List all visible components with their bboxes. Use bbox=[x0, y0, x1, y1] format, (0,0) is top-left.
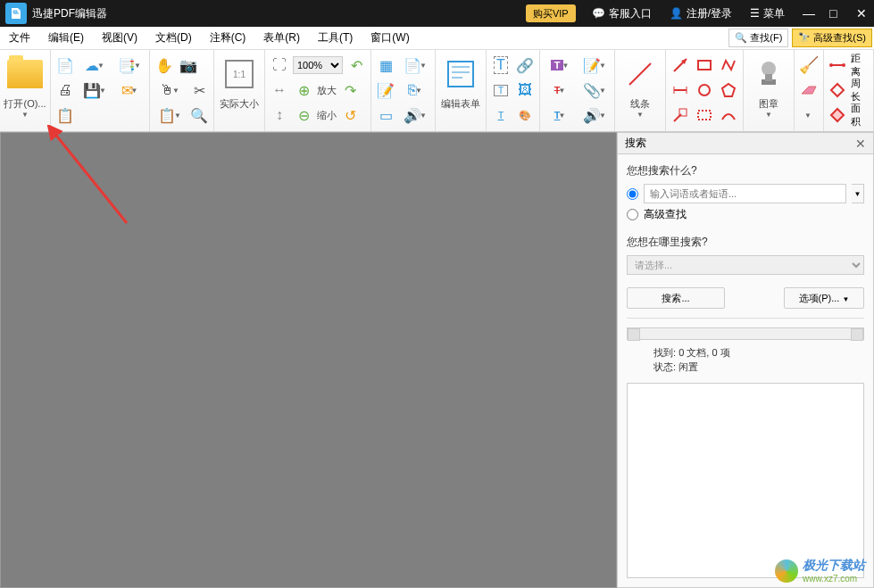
note-icon[interactable]: 📝▼ bbox=[579, 54, 611, 76]
new-doc-icon[interactable]: 📄 bbox=[54, 54, 76, 76]
menu-button[interactable]: ☰ 菜单 bbox=[741, 0, 794, 27]
clipboard-icon[interactable]: 📋▼ bbox=[154, 104, 186, 126]
highlight-icon[interactable]: T▼ bbox=[544, 54, 576, 76]
save-icon[interactable]: 💾▼ bbox=[79, 79, 111, 101]
cloud-save-icon[interactable]: ☁▼ bbox=[79, 54, 111, 76]
menu-window[interactable]: 窗口(W) bbox=[362, 27, 418, 50]
svg-point-19 bbox=[829, 63, 833, 67]
menu-view[interactable]: 视图(V) bbox=[93, 27, 146, 50]
document-canvas[interactable] bbox=[0, 132, 617, 588]
page-layout-icon[interactable]: ▦ bbox=[375, 54, 396, 76]
copy-doc-icon[interactable]: 📋 bbox=[54, 104, 76, 126]
stamp-dropdown[interactable]: ▼ bbox=[765, 111, 772, 119]
zoom-in-icon[interactable]: ⊕ bbox=[293, 79, 314, 101]
svg-marker-17 bbox=[802, 87, 816, 94]
fit-height-icon[interactable]: ↕ bbox=[269, 104, 290, 126]
page-resize-icon[interactable]: ⎘▼ bbox=[399, 79, 431, 101]
circle-shape-icon[interactable] bbox=[694, 79, 715, 101]
hand-tool-icon[interactable]: ✋ bbox=[154, 54, 175, 76]
crop-icon[interactable]: ✂ bbox=[188, 79, 210, 101]
text-edit-icon[interactable]: T bbox=[490, 54, 512, 76]
polygon-icon[interactable] bbox=[718, 79, 739, 101]
print-icon[interactable]: 🖨 bbox=[54, 79, 76, 101]
zoom-select[interactable]: 100% bbox=[293, 56, 343, 74]
eraser-icon[interactable]: 🧹 bbox=[798, 54, 820, 76]
support-button[interactable]: 💬 客服入口 bbox=[583, 0, 661, 27]
snapshot-icon[interactable]: 📷 bbox=[178, 54, 199, 76]
maximize-button[interactable]: □ bbox=[820, 0, 847, 27]
find-text-icon[interactable]: 🔍 bbox=[188, 104, 210, 126]
fit-page-icon[interactable]: ⛶ bbox=[269, 54, 290, 76]
distance-icon[interactable] bbox=[828, 54, 848, 76]
edit-form-button[interactable] bbox=[439, 53, 482, 95]
extract-icon[interactable]: 📑▼ bbox=[113, 54, 146, 76]
fit-width-icon[interactable]: ↔ bbox=[269, 79, 290, 101]
lines-label: 线条 bbox=[630, 95, 650, 111]
minimize-button[interactable]: — bbox=[794, 0, 820, 27]
svg-point-14 bbox=[762, 62, 776, 76]
svg-rect-16 bbox=[765, 74, 772, 81]
underline-tool-icon[interactable]: T▼ bbox=[544, 104, 576, 126]
select-tool-icon[interactable]: 🖱▼ bbox=[154, 79, 186, 101]
page-add-icon[interactable]: 📄▼ bbox=[399, 54, 431, 76]
callout-icon[interactable] bbox=[670, 104, 691, 126]
app-title: 迅捷PDF编辑器 bbox=[32, 6, 116, 21]
find-button[interactable]: 🔍 查找(F) bbox=[728, 29, 788, 47]
menu-document[interactable]: 文档(D) bbox=[146, 27, 201, 50]
menu-edit[interactable]: 编辑(E) bbox=[39, 27, 93, 50]
perimeter-icon[interactable] bbox=[828, 79, 848, 101]
rotate-left-icon[interactable]: ↶ bbox=[345, 54, 367, 76]
rect-shape-icon[interactable] bbox=[694, 54, 715, 76]
folder-icon bbox=[7, 60, 43, 88]
undo-icon[interactable]: ↺ bbox=[339, 104, 361, 126]
text-color-icon[interactable]: 🎨 bbox=[514, 104, 536, 126]
polyline-icon[interactable] bbox=[718, 54, 739, 76]
search-options-button[interactable]: 选项(P)... ▼ bbox=[784, 287, 864, 309]
login-button[interactable]: 👤 注册/登录 bbox=[661, 0, 741, 27]
search-panel-close-icon[interactable]: ✕ bbox=[855, 137, 866, 151]
search-advanced-radio[interactable] bbox=[627, 209, 638, 220]
menu-form[interactable]: 表单(R) bbox=[254, 27, 309, 50]
page-field-icon[interactable]: ▭ bbox=[375, 104, 396, 126]
dimension-icon[interactable] bbox=[670, 79, 691, 101]
menu-tool[interactable]: 工具(T) bbox=[309, 27, 362, 50]
eraser-group: 🧹 ▼ bbox=[795, 50, 824, 131]
page-sound-icon[interactable]: 🔊▼ bbox=[399, 104, 431, 126]
svg-rect-13 bbox=[698, 111, 711, 120]
search-input[interactable] bbox=[644, 184, 846, 203]
highlight-group: T▼ 📝▼ T▼ 📎▼ T▼ 🔊▼ bbox=[540, 50, 615, 131]
advanced-find-button[interactable]: 🔭 高级查找(S) bbox=[792, 29, 872, 47]
lines-dropdown[interactable]: ▼ bbox=[637, 111, 644, 119]
open-button[interactable] bbox=[4, 53, 46, 95]
curve-icon[interactable] bbox=[718, 104, 739, 126]
link-icon[interactable]: 🔗 bbox=[514, 54, 536, 76]
menu-file[interactable]: 文件 bbox=[0, 27, 39, 50]
page-text-icon[interactable]: 📝 bbox=[375, 79, 396, 101]
zoom-out-icon[interactable]: ⊖ bbox=[293, 104, 314, 126]
sound-attach-icon[interactable]: 🔊▼ bbox=[579, 104, 611, 126]
line-tool-button[interactable] bbox=[619, 53, 662, 95]
search-results-scrollbar[interactable] bbox=[627, 327, 864, 340]
close-button[interactable]: ✕ bbox=[847, 0, 874, 27]
menu-comment[interactable]: 注释(C) bbox=[201, 27, 255, 50]
text-underline-icon[interactable]: T bbox=[490, 104, 512, 126]
area-icon[interactable] bbox=[828, 104, 848, 126]
arrow-shape-icon[interactable] bbox=[670, 54, 691, 76]
rotate-right-icon[interactable]: ↷ bbox=[339, 79, 361, 101]
actual-size-button[interactable]: 1:1 bbox=[218, 53, 261, 95]
search-basic-radio[interactable] bbox=[627, 188, 638, 200]
attach-icon[interactable]: 📎▼ bbox=[579, 79, 611, 101]
dropdown-only[interactable]: ▼ bbox=[798, 104, 820, 126]
text-field-icon[interactable]: T bbox=[490, 79, 512, 101]
buy-vip-button[interactable]: 购买VIP bbox=[526, 4, 576, 22]
open-dropdown[interactable]: ▼ bbox=[21, 111, 29, 119]
stamp-button[interactable] bbox=[747, 53, 790, 95]
search-history-dropdown[interactable]: ▼ bbox=[852, 184, 864, 203]
search-location-select[interactable]: 请选择... bbox=[627, 255, 864, 275]
email-icon[interactable]: ✉▼ bbox=[113, 79, 146, 101]
search-execute-button[interactable]: 搜索... bbox=[627, 287, 725, 309]
image-icon[interactable]: 🖼 bbox=[514, 79, 536, 101]
pink-eraser-icon[interactable] bbox=[798, 79, 820, 101]
strikeout-icon[interactable]: T▼ bbox=[544, 79, 576, 101]
dash-rect-icon[interactable] bbox=[694, 104, 715, 126]
